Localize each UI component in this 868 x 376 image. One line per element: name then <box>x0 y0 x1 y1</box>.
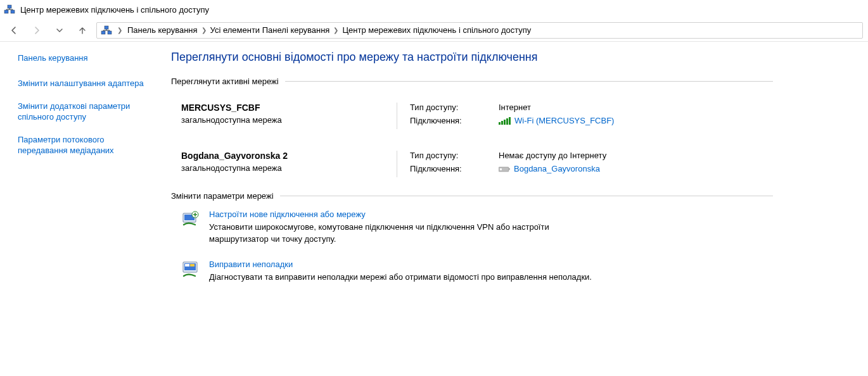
ethernet-icon <box>499 165 510 173</box>
breadcrumb-item-current[interactable]: Центр мережевих підключень і спільного д… <box>342 25 531 35</box>
task-description: Установити широкосмугове, комутоване під… <box>209 222 608 246</box>
sidebar: Панель керування Змінити налаштування ад… <box>0 42 158 310</box>
window-title: Центр мережевих підключень і спільного д… <box>20 5 209 15</box>
sidebar-link-media-streaming[interactable]: Параметри потокового передавання медіада… <box>18 134 153 156</box>
section-change-settings: Змінити параметри мережі <box>171 191 773 201</box>
up-button[interactable] <box>73 22 91 39</box>
task-description: Діагностувати та виправити неполадки мер… <box>209 272 592 284</box>
connection-link[interactable]: Wi-Fi (MERCUSYS_FCBF) <box>514 116 614 125</box>
network-category: загальнодоступна мережа <box>181 163 388 173</box>
task-troubleshoot: Виправити неполадки Діагностувати та вип… <box>181 260 773 284</box>
connections-label: Підключення: <box>410 164 499 173</box>
network-center-icon <box>101 25 112 36</box>
chevron-right-icon[interactable]: ❯ <box>117 27 122 34</box>
recent-dropdown-button[interactable] <box>51 22 68 39</box>
section-label: Змінити параметри мережі <box>171 191 274 201</box>
access-type-value: Немає доступу до Інтернету <box>499 151 773 160</box>
task-setup-new-connection: Настроїти нове підключення або мережу Ус… <box>181 210 773 246</box>
svg-rect-0 <box>4 10 8 13</box>
page-heading: Переглянути основні відомості про мережу… <box>171 51 773 64</box>
network-center-icon <box>4 4 15 15</box>
breadcrumb[interactable]: ❯ Панель керування ❯ Усі елементи Панелі… <box>96 22 863 39</box>
network-row: MERCUSYS_FCBF загальнодоступна мережа Ти… <box>181 95 773 143</box>
svg-rect-14 <box>190 264 195 266</box>
control-panel-home-link[interactable]: Панель керування <box>18 53 88 63</box>
chevron-right-icon[interactable]: ❯ <box>201 27 207 34</box>
svg-rect-13 <box>185 264 189 266</box>
divider <box>280 196 773 196</box>
task-link[interactable]: Настроїти нове підключення або мережу <box>209 210 366 219</box>
sidebar-link-adapter-settings[interactable]: Змінити налаштування адаптера <box>18 78 153 89</box>
main-panel: Переглянути основні відомості про мережу… <box>158 42 792 310</box>
breadcrumb-item[interactable]: Усі елементи Панелі керування <box>210 25 330 35</box>
titlebar: Центр мережевих підключень і спільного д… <box>0 0 868 19</box>
network-name: MERCUSYS_FCBF <box>181 103 388 113</box>
divider <box>397 151 397 177</box>
network-row: Bogdana_Gayvoronska 2 загальнодоступна м… <box>181 143 773 191</box>
connection-link[interactable]: Bogdana_Gayvoronska <box>514 164 600 173</box>
access-type-value: Інтернет <box>499 103 773 112</box>
svg-rect-4 <box>108 31 112 34</box>
access-type-label: Тип доступу: <box>410 151 499 160</box>
troubleshoot-icon <box>181 260 200 279</box>
svg-rect-7 <box>500 168 502 170</box>
new-connection-icon <box>181 210 200 229</box>
connections-label: Підключення: <box>410 116 499 125</box>
svg-rect-2 <box>8 5 11 8</box>
section-label: Переглянути активні мережі <box>171 77 279 86</box>
svg-rect-5 <box>105 26 108 29</box>
task-link[interactable]: Виправити неполадки <box>209 260 293 269</box>
svg-rect-1 <box>11 10 15 13</box>
chevron-right-icon[interactable]: ❯ <box>333 27 338 34</box>
divider <box>397 103 397 129</box>
breadcrumb-item[interactable]: Панель керування <box>127 25 198 35</box>
network-name: Bogdana_Gayvoronska 2 <box>181 151 388 161</box>
network-category: загальнодоступна мережа <box>181 115 388 125</box>
access-type-label: Тип доступу: <box>410 103 499 112</box>
sidebar-link-sharing-settings[interactable]: Змінити додаткові параметри спільного до… <box>18 101 153 123</box>
wifi-signal-icon <box>499 117 511 125</box>
section-active-networks: Переглянути активні мережі <box>171 77 773 86</box>
divider <box>285 81 773 82</box>
back-button[interactable] <box>5 22 23 39</box>
address-bar: ❯ Панель керування ❯ Усі елементи Панелі… <box>0 19 868 42</box>
svg-rect-3 <box>101 31 105 34</box>
forward-button[interactable] <box>28 22 46 39</box>
